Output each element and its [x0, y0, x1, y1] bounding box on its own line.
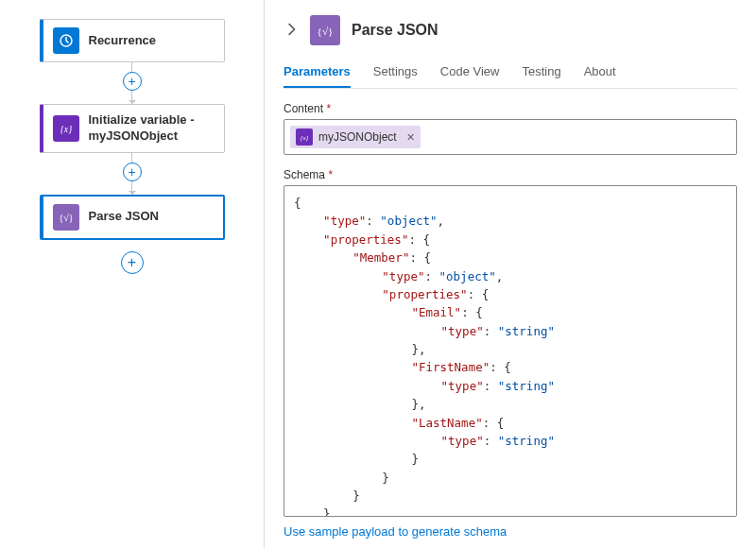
- svg-text:{x}: {x}: [60, 124, 71, 134]
- tabs: Parameters Settings Code View Testing Ab…: [284, 59, 737, 89]
- node-recurrence[interactable]: Recurrence: [40, 19, 225, 62]
- panel-header: {√} Parse JSON: [284, 15, 737, 45]
- variable-icon: {x}: [53, 115, 79, 142]
- chevron-right-icon[interactable]: [284, 23, 299, 39]
- add-step-button[interactable]: +: [123, 163, 142, 181]
- workflow-canvas: Recurrence + {x} Initialize variable - m…: [0, 0, 265, 548]
- content-input[interactable]: {x} myJSONObject ✕: [284, 119, 737, 155]
- token-remove-icon[interactable]: ✕: [406, 131, 415, 144]
- schema-input[interactable]: { "type": "object", "properties": { "Mem…: [284, 185, 737, 517]
- add-step-button-end[interactable]: +: [121, 251, 144, 274]
- tab-parameters[interactable]: Parameters: [284, 59, 351, 88]
- token-label: myJSONObject: [318, 130, 397, 144]
- tab-code-view[interactable]: Code View: [440, 59, 500, 88]
- connector: +: [123, 153, 142, 195]
- node-parse-json[interactable]: {√} Parse JSON: [40, 195, 225, 240]
- tab-settings[interactable]: Settings: [373, 59, 418, 88]
- variable-icon: {x}: [296, 128, 313, 146]
- parse-json-icon: {√}: [310, 15, 340, 45]
- tab-testing[interactable]: Testing: [522, 59, 560, 88]
- content-label: Content *: [284, 102, 737, 115]
- details-panel: {√} Parse JSON Parameters Settings Code …: [265, 0, 756, 548]
- parse-json-icon: {√}: [53, 204, 79, 231]
- token-myjsonobject[interactable]: {x} myJSONObject ✕: [290, 126, 421, 148]
- add-step-button[interactable]: +: [123, 72, 142, 91]
- svg-text:{√}: {√}: [59, 213, 73, 223]
- connector: +: [123, 62, 142, 104]
- svg-text:{√}: {√}: [318, 26, 334, 37]
- node-label: Recurrence: [89, 33, 157, 49]
- sample-payload-link[interactable]: Use sample payload to generate schema: [284, 524, 737, 539]
- panel-title: Parse JSON: [352, 22, 438, 39]
- svg-text:{x}: {x}: [301, 134, 309, 142]
- recurrence-icon: [53, 27, 79, 54]
- node-label: Parse JSON: [89, 209, 159, 225]
- schema-label: Schema *: [284, 168, 737, 181]
- node-label: Initialize variable - myJSONObject: [89, 112, 215, 145]
- tab-about[interactable]: About: [584, 59, 616, 88]
- node-initialize-variable[interactable]: {x} Initialize variable - myJSONObject: [40, 104, 225, 153]
